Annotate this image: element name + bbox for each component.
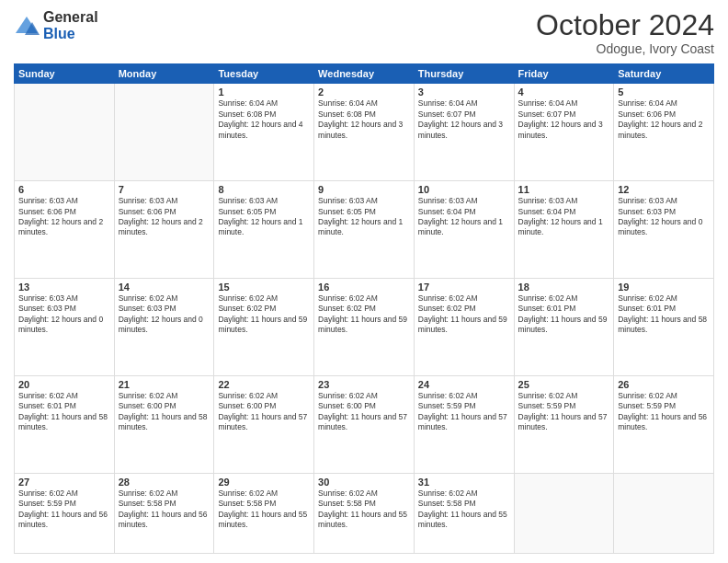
cell-details: Sunrise: 6:02 AMSunset: 5:58 PMDaylight:… [218,488,310,531]
cell-details: Sunrise: 6:04 AMSunset: 6:07 PMDaylight:… [518,98,610,141]
calendar-cell: 6Sunrise: 6:03 AMSunset: 6:06 PMDaylight… [15,181,115,279]
cell-details: Sunrise: 6:02 AMSunset: 5:58 PMDaylight:… [418,488,510,531]
calendar-week-2: 6Sunrise: 6:03 AMSunset: 6:06 PMDaylight… [15,181,714,279]
calendar-cell: 4Sunrise: 6:04 AMSunset: 6:07 PMDaylight… [514,84,614,181]
cell-details: Sunrise: 6:02 AMSunset: 6:02 PMDaylight:… [418,293,510,336]
calendar-cell: 3Sunrise: 6:04 AMSunset: 6:07 PMDaylight… [414,84,514,181]
col-friday: Friday [514,64,614,84]
calendar-cell: 10Sunrise: 6:03 AMSunset: 6:04 PMDayligh… [414,181,514,279]
calendar-cell: 14Sunrise: 6:02 AMSunset: 6:03 PMDayligh… [114,278,214,375]
calendar-cell: 25Sunrise: 6:02 AMSunset: 5:59 PMDayligh… [514,375,614,473]
day-number: 23 [318,379,410,390]
day-number: 15 [218,282,310,293]
day-number: 2 [318,86,410,98]
cell-details: Sunrise: 6:04 AMSunset: 6:08 PMDaylight:… [218,98,310,141]
col-monday: Monday [114,64,214,84]
day-number: 26 [618,379,710,390]
cell-details: Sunrise: 6:04 AMSunset: 6:08 PMDaylight:… [318,98,410,141]
location: Odogue, Ivory Coast [536,41,714,56]
day-number: 31 [418,477,510,488]
day-number: 27 [18,477,110,488]
cell-details: Sunrise: 6:02 AMSunset: 6:00 PMDaylight:… [218,391,310,433]
day-number: 5 [618,86,710,98]
calendar-cell: 17Sunrise: 6:02 AMSunset: 6:02 PMDayligh… [414,278,514,375]
calendar-cell: 21Sunrise: 6:02 AMSunset: 6:00 PMDayligh… [114,375,214,473]
cell-details: Sunrise: 6:02 AMSunset: 6:02 PMDaylight:… [218,293,310,336]
day-number: 14 [119,282,210,293]
col-sunday: Sunday [15,64,115,84]
calendar-cell: 11Sunrise: 6:03 AMSunset: 6:04 PMDayligh… [514,181,614,279]
day-number: 1 [218,86,310,98]
cell-details: Sunrise: 6:03 AMSunset: 6:06 PMDaylight:… [18,196,110,238]
month-title: October 2024 [536,9,714,41]
day-number: 21 [119,379,210,390]
day-number: 9 [318,184,410,195]
day-number: 7 [119,184,210,195]
calendar-cell: 31Sunrise: 6:02 AMSunset: 5:58 PMDayligh… [414,473,514,553]
calendar-header-row: Sunday Monday Tuesday Wednesday Thursday… [15,64,714,84]
calendar-cell: 28Sunrise: 6:02 AMSunset: 5:58 PMDayligh… [114,473,214,553]
calendar-week-5: 27Sunrise: 6:02 AMSunset: 5:59 PMDayligh… [15,473,714,553]
col-saturday: Saturday [614,64,714,84]
col-wednesday: Wednesday [314,64,415,84]
calendar-cell: 27Sunrise: 6:02 AMSunset: 5:59 PMDayligh… [15,473,115,553]
day-number: 4 [518,86,610,98]
logo-line2: Blue [43,26,98,42]
logo-line1: General [43,9,98,26]
calendar-cell: 12Sunrise: 6:03 AMSunset: 6:03 PMDayligh… [614,181,714,279]
cell-details: Sunrise: 6:02 AMSunset: 5:59 PMDaylight:… [418,391,510,433]
day-number: 24 [418,379,510,390]
calendar-cell: 24Sunrise: 6:02 AMSunset: 5:59 PMDayligh… [414,375,514,473]
cell-details: Sunrise: 6:02 AMSunset: 6:01 PMDaylight:… [518,293,610,336]
cell-details: Sunrise: 6:04 AMSunset: 6:06 PMDaylight:… [618,98,710,141]
calendar-cell: 30Sunrise: 6:02 AMSunset: 5:58 PMDayligh… [314,473,415,553]
cell-details: Sunrise: 6:02 AMSunset: 6:03 PMDaylight:… [119,293,210,336]
calendar-cell: 19Sunrise: 6:02 AMSunset: 6:01 PMDayligh… [614,278,714,375]
day-number: 16 [318,282,410,293]
cell-details: Sunrise: 6:03 AMSunset: 6:06 PMDaylight:… [119,196,210,238]
page: General Blue October 2024 Odogue, Ivory … [0,0,728,563]
day-number: 29 [218,477,310,488]
day-number: 18 [518,282,610,293]
calendar-cell: 15Sunrise: 6:02 AMSunset: 6:02 PMDayligh… [214,278,314,375]
day-number: 8 [218,184,310,195]
header: General Blue October 2024 Odogue, Ivory … [14,9,714,56]
cell-details: Sunrise: 6:02 AMSunset: 5:58 PMDaylight:… [119,488,210,531]
cell-details: Sunrise: 6:02 AMSunset: 6:00 PMDaylight:… [318,391,410,433]
calendar-cell: 18Sunrise: 6:02 AMSunset: 6:01 PMDayligh… [514,278,614,375]
calendar-cell: 13Sunrise: 6:03 AMSunset: 6:03 PMDayligh… [15,278,115,375]
day-number: 25 [518,379,610,390]
calendar-cell: 1Sunrise: 6:04 AMSunset: 6:08 PMDaylight… [214,84,314,181]
cell-details: Sunrise: 6:02 AMSunset: 6:01 PMDaylight:… [618,293,710,336]
calendar-week-3: 13Sunrise: 6:03 AMSunset: 6:03 PMDayligh… [15,278,714,375]
cell-details: Sunrise: 6:03 AMSunset: 6:04 PMDaylight:… [518,196,610,238]
calendar-cell: 22Sunrise: 6:02 AMSunset: 6:00 PMDayligh… [214,375,314,473]
calendar-table: Sunday Monday Tuesday Wednesday Thursday… [14,63,714,554]
cell-details: Sunrise: 6:02 AMSunset: 5:58 PMDaylight:… [318,488,410,531]
day-number: 28 [119,477,210,488]
calendar-week-4: 20Sunrise: 6:02 AMSunset: 6:01 PMDayligh… [15,375,714,473]
day-number: 30 [318,477,410,488]
day-number: 13 [18,282,110,293]
calendar-cell: 29Sunrise: 6:02 AMSunset: 5:58 PMDayligh… [214,473,314,553]
day-number: 17 [418,282,510,293]
cell-details: Sunrise: 6:02 AMSunset: 5:59 PMDaylight:… [618,391,710,433]
title-block: October 2024 Odogue, Ivory Coast [536,9,714,56]
calendar-cell: 2Sunrise: 6:04 AMSunset: 6:08 PMDaylight… [314,84,415,181]
cell-details: Sunrise: 6:02 AMSunset: 6:02 PMDaylight:… [318,293,410,336]
cell-details: Sunrise: 6:03 AMSunset: 6:05 PMDaylight:… [318,196,410,238]
calendar-cell: 8Sunrise: 6:03 AMSunset: 6:05 PMDaylight… [214,181,314,279]
day-number: 20 [18,379,110,390]
cell-details: Sunrise: 6:02 AMSunset: 6:01 PMDaylight:… [18,391,110,433]
cell-details: Sunrise: 6:03 AMSunset: 6:03 PMDaylight:… [18,293,110,336]
calendar-cell: 26Sunrise: 6:02 AMSunset: 5:59 PMDayligh… [614,375,714,473]
col-thursday: Thursday [414,64,514,84]
calendar-cell [614,473,714,553]
day-number: 22 [218,379,310,390]
logo-icon [14,15,40,37]
day-number: 19 [618,282,710,293]
calendar-cell: 23Sunrise: 6:02 AMSunset: 6:00 PMDayligh… [314,375,415,473]
col-tuesday: Tuesday [214,64,314,84]
cell-details: Sunrise: 6:03 AMSunset: 6:05 PMDaylight:… [218,196,310,238]
cell-details: Sunrise: 6:02 AMSunset: 6:00 PMDaylight:… [119,391,210,433]
